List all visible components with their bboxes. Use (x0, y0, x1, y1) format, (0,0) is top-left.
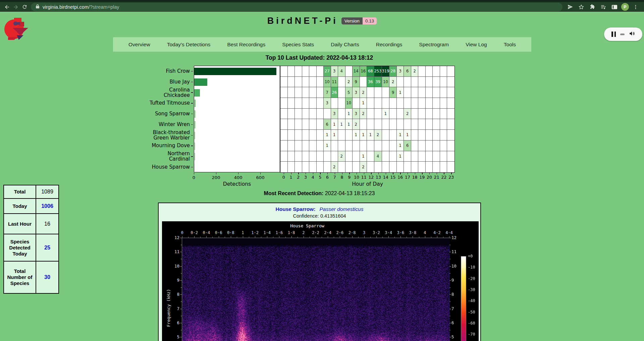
nav-item-species-stats[interactable]: Species Stats (282, 42, 314, 48)
species-label-tufted-titmouse: Tufted Titmouse (148, 98, 190, 108)
nav-item-tools[interactable]: Tools (504, 42, 516, 48)
heatmap-cell (317, 77, 324, 88)
stream-audio-player[interactable] (604, 27, 642, 41)
colorbar-tick-label: -50 (468, 310, 475, 315)
reload-icon[interactable] (20, 3, 29, 11)
heatmap-cell (295, 77, 302, 88)
confidence-label: Confidence: (293, 213, 319, 219)
address-bar[interactable]: virginia.birdnetpi.com/?stream=play (31, 3, 562, 11)
spec-time-label: 4·2 (433, 230, 441, 235)
spec-freq-tick-right (449, 323, 451, 323)
spec-freq-tick-left (180, 238, 182, 238)
spec-freq-label-right: 7 (451, 306, 462, 311)
side-panel-icon[interactable] (610, 3, 619, 11)
nav-item-overview[interactable]: Overview (128, 42, 150, 48)
most-recent-heading: Most Recent Detection: 2022-04-13 18:15:… (0, 190, 639, 196)
menu-kebab-icon[interactable] (631, 3, 640, 11)
send-to-device-icon[interactable] (566, 3, 575, 11)
heatmap-cell (433, 98, 440, 109)
spec-freq-tick-left (180, 280, 182, 281)
spec-freq-label-right: 11 (451, 249, 462, 254)
spec-time-label: 1 (241, 230, 244, 235)
heatmap-cell (280, 109, 288, 119)
colorbar-tick-label: -20 (468, 276, 475, 281)
spec-freq-minor-tick (449, 330, 450, 330)
heatmap-cell (397, 77, 404, 88)
profile-avatar[interactable]: P (621, 3, 629, 11)
bar-xtick (260, 173, 261, 174)
heatmap-cell (280, 162, 288, 172)
nav-item-best-recordings[interactable]: Best Recordings (227, 42, 265, 48)
heatmap-cell (317, 119, 324, 130)
heatmap-cell (389, 140, 397, 151)
nav-item-today-s-detections[interactable]: Today's Detections (167, 42, 211, 48)
heatmap-cell (382, 151, 390, 162)
stats-value[interactable]: 1006 (36, 198, 59, 214)
heatmap-cell (288, 119, 295, 130)
hour-xtick (335, 173, 335, 174)
heatmap-cell: 3 (353, 87, 360, 98)
bookmark-star-icon[interactable] (577, 3, 586, 11)
stats-value[interactable]: 30 (36, 261, 59, 293)
nav-item-daily-charts[interactable]: Daily Charts (331, 42, 359, 48)
heatmap-cell: 39 (374, 77, 382, 88)
seek-handle[interactable] (620, 34, 625, 35)
detection-common-name: House Sparrow: (276, 206, 316, 212)
nav-item-spectrogram[interactable]: Spectrogram (419, 42, 449, 48)
stats-value[interactable]: 25 (36, 234, 59, 261)
stats-table: Total1089Today1006Last Hour16Species Det… (3, 185, 59, 294)
spec-time-minor-tick (200, 237, 201, 238)
heatmap-cell (338, 98, 345, 109)
heatmap-cell (382, 119, 390, 130)
heatmap-cell (397, 98, 404, 109)
heatmap-cell: 1 (353, 130, 360, 140)
heatmap-cell (426, 77, 433, 88)
heatmap-cell: 3 (331, 109, 338, 119)
spec-time-label: 0·8 (227, 230, 234, 235)
heatmap-cell (280, 151, 288, 162)
media-queue-icon[interactable] (599, 3, 608, 11)
species-tick (191, 92, 193, 93)
heatmap-cell (317, 130, 324, 140)
hour-xtick (437, 173, 437, 174)
spec-time-tick (388, 236, 389, 238)
spec-time-minor-tick (298, 237, 298, 238)
heatmap-cell (288, 162, 295, 172)
spec-time-minor-tick (212, 237, 213, 238)
forward-icon[interactable] (11, 3, 20, 11)
stats-row-total-number-of-species: Total Number of Species30 (4, 261, 59, 293)
heatmap-cell (433, 77, 440, 88)
heatmap-cell (418, 87, 426, 98)
hour-xtick (451, 173, 451, 174)
heatmap-cell (411, 130, 419, 140)
lock-icon (36, 4, 40, 10)
bar-xtick-label: 400 (234, 175, 243, 180)
pause-icon[interactable] (611, 32, 616, 37)
spec-time-tick (206, 236, 207, 238)
spec-time-tick (255, 236, 255, 238)
url-text: virginia.birdnetpi.com/?stream=play (43, 4, 119, 10)
nav-item-recordings[interactable]: Recordings (376, 42, 402, 48)
nav-item-view-log[interactable]: View Log (466, 42, 487, 48)
spec-time-minor-tick (188, 237, 189, 238)
heatmap-cell (302, 87, 310, 98)
heatmap-cell: 27 (324, 66, 331, 77)
spec-freq-minor-tick (449, 245, 450, 245)
heatmap-cell: 1 (397, 130, 404, 140)
species-tick (191, 71, 193, 71)
heatmap-cell (433, 66, 440, 77)
heatmap-cell (309, 109, 317, 119)
heatmap-cell (295, 109, 302, 119)
heatmap-cell (353, 98, 360, 109)
heatmap-cell (288, 151, 295, 162)
back-icon[interactable] (3, 3, 11, 11)
spec-time-tick (194, 236, 195, 238)
volume-icon[interactable] (629, 31, 635, 38)
heatmap-cell: 3 (353, 109, 360, 119)
heatmap-cell (280, 77, 288, 88)
extensions-icon[interactable] (588, 3, 597, 11)
spec-time-label: 2·4 (324, 230, 331, 235)
hour-xtick-label: 21 (434, 175, 439, 180)
version-badge: Version0.13 (341, 17, 377, 24)
spec-time-minor-tick (261, 237, 261, 238)
